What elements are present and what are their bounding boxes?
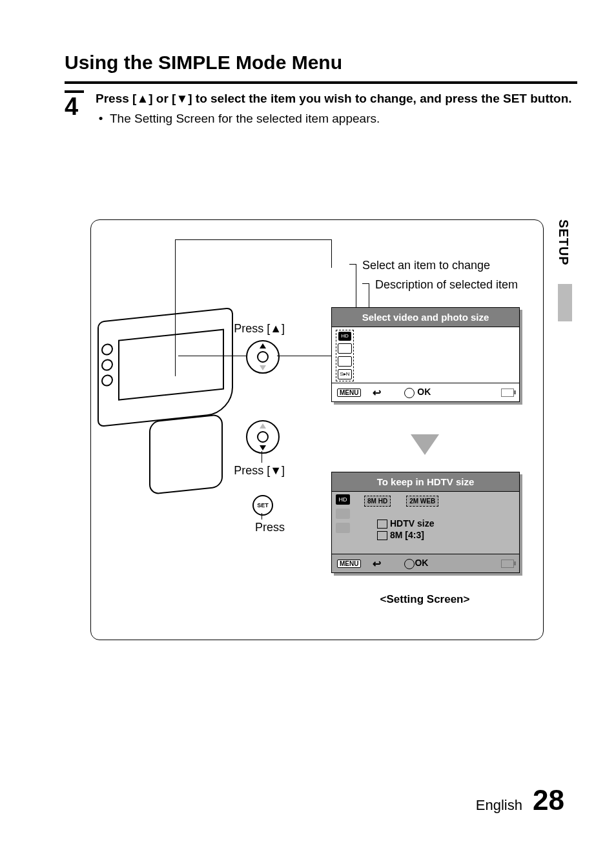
- desc-line2: 8M [4:3]: [390, 530, 424, 540]
- step-4: 4 Press [▲] or [▼] to select the item yo…: [65, 90, 577, 127]
- camera-icon: [377, 531, 387, 540]
- page-number: 28: [533, 784, 564, 816]
- lead-line: [331, 239, 332, 268]
- page-title: Using the SIMPLE Mode Menu: [65, 52, 577, 74]
- lead-tick: [349, 264, 356, 265]
- figure: Select an item to change Description of …: [90, 219, 544, 640]
- t1: Press [: [96, 92, 136, 105]
- hd-icon: HD: [338, 332, 351, 341]
- menu-chip: MENU: [337, 389, 361, 397]
- t2: ] or [: [149, 92, 176, 105]
- ok-label: OK: [417, 387, 431, 397]
- setting-footer: MENU ↩ OK: [332, 554, 519, 572]
- section-tab-marker: [558, 284, 572, 321]
- set-button-icon: SET: [252, 495, 273, 516]
- lead-tick: [362, 283, 369, 284]
- lead-line: [262, 451, 262, 463]
- photo-size-icon: [338, 343, 352, 354]
- dpad-up: [246, 340, 280, 374]
- setting-options: 8M HD 2M WEB: [364, 496, 438, 507]
- lead-line: [175, 239, 331, 240]
- option-2m: 2M WEB: [406, 496, 438, 507]
- setting-description: HDTV size 8M [4:3]: [377, 518, 434, 541]
- lead-line: [277, 356, 331, 356]
- lead-line: [262, 513, 262, 520]
- annot-press-down: Press [▼]: [207, 464, 285, 478]
- hd-icon: HD: [336, 494, 350, 505]
- sn-icon: S▸N: [338, 369, 352, 379]
- annot-press: Press: [220, 521, 285, 534]
- ok-label: OK: [415, 558, 428, 568]
- flow-arrow-down-icon: [411, 434, 439, 455]
- section-tab: SETUP: [556, 219, 571, 266]
- step-subtext: The Setting Screen for the selected item…: [110, 110, 380, 128]
- step-number: 4: [65, 90, 84, 127]
- photo-size-icon: [336, 509, 350, 519]
- dpad-down: [246, 420, 280, 454]
- title-rule: [65, 81, 577, 84]
- menu-screen: Select video and photo size HD S▸N MENU …: [331, 307, 520, 402]
- menu-chip: MENU: [337, 560, 361, 568]
- bullet-icon: •: [96, 110, 106, 128]
- t3: ] to select the item you wish to change,…: [188, 92, 571, 105]
- step-instruction: Press [▲] or [▼] to select the item you …: [96, 92, 572, 105]
- lead-line: [178, 356, 246, 356]
- battery-icon: [501, 560, 514, 568]
- set-ring-icon: [404, 559, 415, 569]
- setting-screen: To keep in HDTV size HD 8M HD 2M WEB HDT…: [331, 472, 520, 573]
- focus-icon: [338, 356, 352, 367]
- lead-line: [175, 239, 176, 376]
- focus-icon: [336, 523, 350, 533]
- setting-screen-caption: <Setting Screen>: [331, 593, 518, 606]
- battery-icon: [501, 389, 514, 397]
- menu-icon-column: HD S▸N: [336, 330, 354, 381]
- up-arrow-icon: ▲: [136, 92, 149, 105]
- return-icon: ↩: [373, 558, 381, 570]
- menu-header: Select video and photo size: [332, 308, 519, 327]
- annot-select-item: Select an item to change: [362, 259, 490, 272]
- menu-footer: MENU ↩ OK: [332, 383, 519, 401]
- annot-description: Description of selected item: [375, 278, 518, 292]
- setting-header: To keep in HDTV size: [332, 472, 519, 491]
- setting-icon-column: HD: [336, 494, 350, 533]
- set-ring-icon: [404, 388, 415, 398]
- page-language: English: [476, 797, 522, 813]
- down-arrow-icon: ▼: [176, 92, 188, 105]
- option-8m: 8M HD: [364, 496, 391, 507]
- video-icon: [377, 520, 387, 529]
- page-footer: English 28: [476, 784, 564, 816]
- return-icon: ↩: [373, 387, 381, 399]
- desc-line1: HDTV size: [390, 518, 434, 529]
- annot-press-up: Press [▲]: [207, 322, 285, 336]
